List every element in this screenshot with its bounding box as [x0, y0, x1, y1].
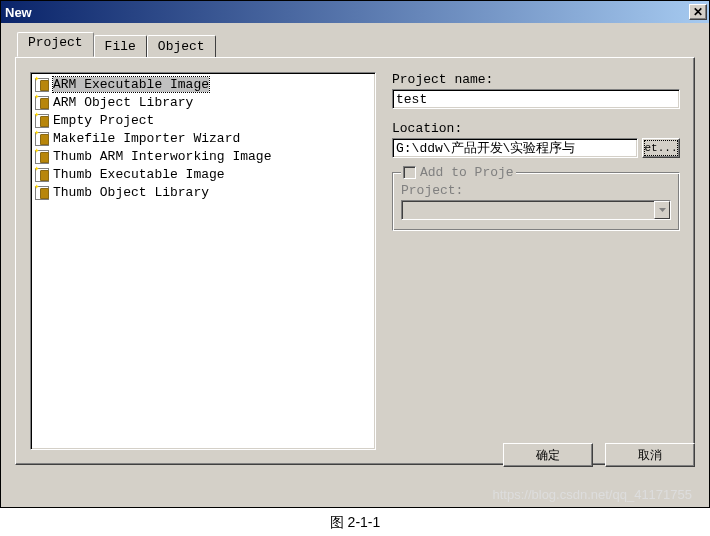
project-icon: ✦	[35, 148, 51, 164]
project-select-combo	[401, 200, 671, 220]
close-icon[interactable]: ✕	[689, 4, 707, 20]
project-select-label: Project:	[401, 183, 671, 198]
location-label: Location:	[392, 121, 680, 136]
project-icon: ✦	[35, 166, 51, 182]
ok-button[interactable]: 确定	[503, 443, 593, 467]
cancel-button[interactable]: 取消	[605, 443, 695, 467]
list-item[interactable]: ✦ Makefile Importer Wizard	[33, 129, 373, 147]
add-to-project-group: Add to Proje Project:	[392, 172, 680, 231]
figure-caption: 图 2-1-1	[0, 514, 710, 532]
project-name-input[interactable]	[392, 89, 680, 109]
chevron-down-icon	[654, 201, 670, 219]
right-column: Project name: Location: et... Add to Pro…	[392, 72, 680, 450]
list-item[interactable]: ✦ Thumb Object Library	[33, 183, 373, 201]
svg-marker-0	[659, 208, 666, 212]
add-to-project-checkbox	[403, 166, 416, 179]
project-icon: ✦	[35, 184, 51, 200]
list-item[interactable]: ✦ Empty Project	[33, 111, 373, 129]
browse-button[interactable]: et...	[642, 138, 680, 158]
groupbox-title: Add to Proje	[401, 165, 516, 180]
project-icon: ✦	[35, 130, 51, 146]
project-name-label: Project name:	[392, 72, 680, 87]
project-icon: ✦	[35, 94, 51, 110]
tab-strip: Project File Object	[17, 33, 695, 57]
list-item[interactable]: ✦ ARM Executable Image	[33, 75, 373, 93]
tab-project[interactable]: Project	[17, 32, 94, 57]
project-icon: ✦	[35, 112, 51, 128]
tab-panel: ✦ ARM Executable Image ✦ ARM Object Libr…	[15, 57, 695, 465]
new-dialog: New ✕ Project File Object ✦ ARM Executab…	[0, 0, 710, 508]
tab-file[interactable]: File	[94, 35, 147, 57]
titlebar: New ✕	[1, 1, 709, 23]
location-input[interactable]	[392, 138, 638, 158]
project-type-list[interactable]: ✦ ARM Executable Image ✦ ARM Object Libr…	[30, 72, 376, 450]
dialog-buttons: 确定 取消	[503, 443, 695, 467]
window-title: New	[5, 5, 689, 20]
list-item[interactable]: ✦ Thumb Executable Image	[33, 165, 373, 183]
dialog-content: Project File Object ✦ ARM Executable Ima…	[1, 23, 709, 479]
tab-object[interactable]: Object	[147, 35, 216, 57]
list-item[interactable]: ✦ ARM Object Library	[33, 93, 373, 111]
list-item[interactable]: ✦ Thumb ARM Interworking Image	[33, 147, 373, 165]
project-icon: ✦	[35, 76, 51, 92]
